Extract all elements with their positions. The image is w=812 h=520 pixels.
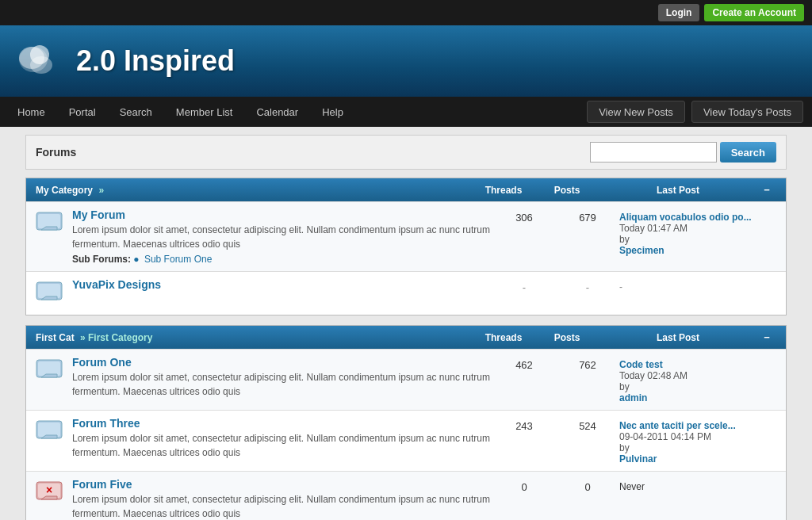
- forum-info-forum-three: Forum Three Lorem ipsum dolor sit amet, …: [72, 417, 492, 460]
- col-header-posts-2: Posts: [535, 332, 599, 343]
- forum-name-forum-three[interactable]: Forum Three: [72, 417, 492, 430]
- lastpost-user-my-forum[interactable]: Specimen: [619, 245, 778, 256]
- main-content: Forums Search My Category » Threads Post…: [17, 135, 795, 520]
- forum-lastpost-forum-one: Code test Today 02:48 AM by admin: [619, 356, 778, 403]
- nav-home[interactable]: Home: [6, 97, 56, 127]
- category-first-cat: First Cat » First Category Threads Posts…: [25, 325, 787, 520]
- forum-threads-forum-five: 0: [492, 478, 556, 493]
- category-my-category-title: My Category »: [36, 185, 472, 196]
- lastpost-by-my-forum: by Specimen: [619, 234, 778, 256]
- forum-threads-my-forum: 306: [492, 208, 556, 224]
- lastpost-title-forum-three[interactable]: Nec ante taciti per scele...: [619, 420, 778, 431]
- forum-info-forum-five: Forum Five Lorem ipsum dolor sit amet, c…: [72, 478, 492, 520]
- lastpost-title-forum-one[interactable]: Code test: [619, 359, 778, 370]
- collapse-my-category[interactable]: −: [757, 184, 776, 196]
- nav-calendar[interactable]: Calendar: [245, 97, 309, 127]
- svg-rect-14: [38, 422, 60, 437]
- top-bar: Login Create an Account: [0, 0, 812, 25]
- forums-search-box: Search: [590, 142, 776, 162]
- forum-row-my-forum: My Forum Lorem ipsum dolor sit amet, con…: [26, 201, 786, 271]
- site-header: 2.0 Inspired: [0, 25, 812, 97]
- forum-lastpost-forum-five: Never: [619, 478, 778, 492]
- lastpost-title-my-forum[interactable]: Aliquam vocabulos odio po...: [619, 212, 778, 223]
- lastpost-by-forum-one: by admin: [619, 381, 778, 403]
- forum-desc-forum-three: Lorem ipsum dolor sit amet, consectetur …: [72, 431, 492, 460]
- forum-desc-forum-five: Lorem ipsum dolor sit amet, consectetur …: [72, 492, 492, 520]
- forum-lastpost-my-forum: Aliquam vocabulos odio po... Today 01:47…: [619, 208, 778, 256]
- forum-icon-my-forum: [34, 208, 64, 239]
- category-first-cat-link[interactable]: First Cat: [36, 332, 75, 343]
- lastpost-date-forum-three: 09-04-2011 04:14 PM: [619, 431, 778, 442]
- col-header-lastpost-2: Last Post: [599, 332, 757, 343]
- col-header-threads-1: Threads: [472, 185, 535, 196]
- forum-icon-forum-five: ×: [34, 478, 64, 508]
- forums-search-button[interactable]: Search: [720, 142, 776, 162]
- site-title: 2.0 Inspired: [76, 44, 235, 78]
- forum-name-forum-one[interactable]: Forum One: [72, 356, 492, 369]
- nav-memberlist[interactable]: Member List: [165, 97, 244, 127]
- forum-posts-forum-one: 762: [556, 356, 619, 371]
- forum-subforums-my-forum: Sub Forums: ● Sub Forum One: [72, 254, 492, 265]
- lastpost-user-forum-one[interactable]: admin: [619, 392, 778, 403]
- svg-rect-5: [38, 214, 60, 228]
- col-header-posts-1: Posts: [535, 185, 599, 196]
- forum-info-my-forum: My Forum Lorem ipsum dolor sit amet, con…: [72, 208, 492, 265]
- navbar: Home Portal Search Member List Calendar …: [0, 97, 812, 127]
- forum-icon-forum-three: [34, 417, 64, 447]
- site-logo: [16, 37, 63, 85]
- forum-threads-forum-three: 243: [492, 417, 556, 432]
- forum-icon-forum-one: [34, 356, 64, 386]
- forum-row-forum-five: × Forum Five Lorem ipsum dolor sit amet,…: [26, 471, 786, 520]
- forum-threads-forum-one: 462: [492, 356, 556, 371]
- category-my-category-link[interactable]: My Category: [36, 185, 93, 196]
- forum-row-forum-three: Forum Three Lorem ipsum dolor sit amet, …: [26, 410, 786, 471]
- nav-help[interactable]: Help: [311, 97, 354, 127]
- subforum-link-sub-forum-one[interactable]: Sub Forum One: [144, 254, 212, 265]
- col-header-lastpost-1: Last Post: [599, 185, 757, 196]
- category-first-cat-header: First Cat » First Category Threads Posts…: [26, 326, 786, 349]
- forum-row-yuvapix: YuvaPix Designs - - -: [26, 271, 786, 315]
- collapse-first-cat[interactable]: −: [757, 331, 776, 343]
- forums-header-bar: Forums Search: [25, 135, 787, 170]
- category-my-category: My Category » Threads Posts Last Post − …: [25, 178, 787, 315]
- forum-name-my-forum[interactable]: My Forum: [72, 208, 492, 221]
- forum-name-yuvapix[interactable]: YuvaPix Designs: [72, 278, 492, 291]
- forum-threads-yuvapix: -: [492, 278, 556, 293]
- forum-icon-yuvapix: [34, 278, 64, 308]
- forum-posts-forum-five: 0: [556, 478, 619, 493]
- nav-portal[interactable]: Portal: [58, 97, 107, 127]
- svg-rect-11: [38, 361, 60, 376]
- category-my-category-header: My Category » Threads Posts Last Post −: [26, 178, 786, 201]
- lastpost-date-my-forum: Today 01:47 AM: [619, 223, 778, 234]
- forum-info-forum-one: Forum One Lorem ipsum dolor sit amet, co…: [72, 356, 492, 399]
- login-button[interactable]: Login: [658, 4, 700, 21]
- lastpost-date-forum-one: Today 02:48 AM: [619, 370, 778, 381]
- forum-name-forum-five[interactable]: Forum Five: [72, 478, 492, 491]
- category-first-cat-title: First Cat » First Category: [36, 332, 472, 343]
- svg-rect-8: [38, 284, 60, 298]
- col-header-threads-2: Threads: [472, 332, 535, 343]
- forum-info-yuvapix: YuvaPix Designs: [72, 278, 492, 292]
- forums-label: Forums: [36, 146, 590, 159]
- svg-point-3: [30, 56, 52, 74]
- lastpost-user-forum-three[interactable]: Pulvinar: [619, 453, 778, 465]
- forum-posts-yuvapix: -: [556, 278, 619, 293]
- create-account-button[interactable]: Create an Account: [704, 4, 804, 21]
- forum-posts-my-forum: 679: [556, 208, 619, 224]
- nav-view-new-posts[interactable]: View New Posts: [587, 101, 685, 123]
- forum-posts-forum-three: 524: [556, 417, 619, 432]
- forum-row-forum-one: Forum One Lorem ipsum dolor sit amet, co…: [26, 349, 786, 410]
- forum-lastpost-forum-three: Nec ante taciti per scele... 09-04-2011 …: [619, 417, 778, 465]
- lastpost-by-forum-three: by Pulvinar: [619, 442, 778, 465]
- nav-search[interactable]: Search: [109, 97, 163, 127]
- svg-text:×: ×: [46, 484, 52, 496]
- forum-lastpost-yuvapix: -: [619, 278, 778, 292]
- nav-view-todays-posts[interactable]: View Today's Posts: [691, 101, 803, 123]
- forums-search-input[interactable]: [590, 142, 717, 162]
- forum-desc-my-forum: Lorem ipsum dolor sit amet, consectetur …: [72, 223, 492, 251]
- forum-desc-forum-one: Lorem ipsum dolor sit amet, consectetur …: [72, 370, 492, 399]
